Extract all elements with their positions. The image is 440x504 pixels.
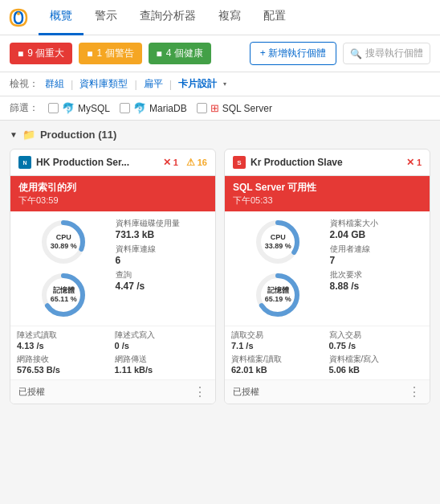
stat-file-write: 資料檔案/寫入 5.06 kB [329, 354, 424, 375]
card-right-alert-time: 下午05:33 [233, 195, 422, 207]
stat-file-read: 資料檔案/讀取 62.01 kB [231, 354, 326, 375]
mysql-filter-option[interactable]: 🐬 MySQL [48, 102, 110, 114]
mysql-label: MySQL [78, 103, 110, 114]
mem-ring: 記憶體 65.11 % [39, 271, 88, 319]
stat-write-value: 0 /s [115, 341, 210, 350]
warning-label: 1 個警告 [97, 47, 134, 60]
nav-tabs: 概覽 警示 查詢分析器 複寫 配置 [39, 0, 297, 35]
card-left-gauges: CPU 30.89 % 記憶體 65.11 % [17, 218, 111, 319]
filter-card[interactable]: 卡片設計 [175, 77, 220, 91]
cpu-ring-right: CPU 33.89 % [254, 218, 302, 266]
card-left-alert-title: 使用索引的列 [18, 181, 207, 195]
critical-icon: ■ [18, 48, 23, 59]
mariadb-filter-option[interactable]: 🐬 MariaDB [120, 102, 187, 114]
card-right-mem-gauge: 記憶體 65.19 % [231, 271, 325, 319]
stat-net-send-value: 1.11 kB/s [115, 365, 210, 375]
card-right-footer: 已授權 ⋮ [225, 379, 430, 404]
filter-db-type[interactable]: 資料庫類型 [76, 77, 131, 91]
stat-write: 陣述式寫入 0 /s [115, 330, 210, 350]
stat-file-write-label: 資料檔案/寫入 [329, 354, 424, 365]
stat-query-label: 查詢 [116, 269, 210, 281]
card-right: S Kr Production Slave ✕ 1 SQL Server 可用性… [224, 149, 430, 404]
card-left: N HK Production Ser... ✕ 1 ⚠ 16 使用索引的列 下… [10, 149, 216, 404]
mem-label-inner: 記憶體 [51, 286, 77, 295]
stat-write-label: 陣述式寫入 [115, 330, 210, 341]
stat-read-label: 陣述式讀取 [17, 330, 112, 341]
search-box[interactable]: 🔍 搜尋執行個體 [343, 43, 430, 64]
card-left-alert-time: 下午03:59 [18, 195, 207, 207]
healthy-icon: ■ [157, 48, 162, 59]
card-left-stats: 資料庫磁碟使用量 731.3 kB 資料庫連線 6 查詢 4.47 /s [116, 218, 210, 319]
stat-filesize: 資料檔案大小 2.04 GB [330, 218, 424, 240]
card-right-alert-title: SQL Server 可用性 [233, 181, 422, 195]
db-type-filter: 篩選： 🐬 MySQL 🐬 MariaDB ⊞ SQL Server [0, 96, 440, 121]
tab-config[interactable]: 配置 [252, 0, 297, 35]
top-nav: 概覽 警示 查詢分析器 複寫 配置 [0, 0, 440, 35]
search-placeholder: 搜尋執行個體 [365, 47, 423, 60]
card-right-header: S Kr Production Slave ✕ 1 [225, 150, 430, 176]
stat-query-value: 4.47 /s [116, 281, 210, 292]
stat-write-tx: 寫入交易 0.75 /s [329, 330, 424, 350]
group-name: Production (11) [40, 129, 116, 141]
sqlserver-icon: ⊞ [210, 102, 219, 114]
warning-triangle-icon: ⚠ [186, 157, 195, 168]
stat-disk-label: 資料庫磁碟使用量 [116, 218, 210, 229]
card-left-auth: 已授權 [18, 386, 45, 398]
warning-icon: ■ [87, 48, 92, 59]
stat-read: 陣述式讀取 4.13 /s [17, 330, 112, 350]
stat-net-send: 網路傳送 1.11 kB/s [115, 354, 210, 375]
healthy-label: 4 個健康 [166, 47, 203, 60]
stat-disk: 資料庫磁碟使用量 731.3 kB [116, 218, 210, 240]
card-right-title: Kr Production Slave [251, 157, 401, 168]
mariadb-icon: 🐬 [133, 102, 146, 114]
tab-overview[interactable]: 概覽 [39, 0, 84, 35]
card-left-badge-orange: ⚠ 16 [186, 157, 207, 168]
stat-disk-value: 731.3 kB [116, 229, 210, 240]
sqlserver-filter-option[interactable]: ⊞ SQL Server [197, 102, 272, 114]
stat-queries: 查詢 4.47 /s [116, 269, 210, 292]
group-header[interactable]: ▼ 📁 Production (11) [10, 129, 430, 141]
cpu-label-right: CPU [265, 233, 291, 242]
card-left-more-button[interactable]: ⋮ [194, 384, 207, 400]
mariadb-checkbox[interactable] [120, 103, 130, 113]
critical-badge[interactable]: ■ 9 個重大 [10, 43, 72, 64]
mem-ring-right: 記憶體 65.19 % [254, 271, 302, 319]
card-right-bottom-row: 讀取交易 7.1 /s 寫入交易 0.75 /s [225, 326, 430, 354]
stat-connections: 資料庫連線 6 [116, 244, 210, 266]
expand-icon: ▼ [10, 130, 18, 139]
tab-replication[interactable]: 複寫 [207, 0, 252, 35]
mysql-checkbox[interactable] [48, 103, 59, 113]
sqlserver-checkbox[interactable] [197, 103, 207, 113]
card-right-stats: 資料檔案大小 2.04 GB 使用者連線 7 批次要求 8.88 /s [330, 218, 424, 319]
mariadb-label: MariaDB [149, 103, 187, 114]
card-right-metrics: CPU 33.89 % 記憶體 65.19 % [225, 211, 430, 326]
warning-badge[interactable]: ■ 1 個警告 [79, 43, 141, 64]
card-left-footer: 已授權 ⋮ [10, 379, 215, 404]
tab-alerts[interactable]: 警示 [84, 0, 128, 35]
stat-filesize-label: 資料檔案大小 [330, 218, 424, 229]
card-left-net-row: 網路接收 576.53 B/s 網路傳送 1.11 kB/s [10, 354, 215, 379]
card-left-header: N HK Production Ser... ✕ 1 ⚠ 16 [10, 150, 215, 176]
cpu-ring: CPU 30.89 % [39, 218, 88, 266]
x-icon: ✕ [163, 157, 171, 168]
filter-view-label: 檢視： [10, 77, 39, 91]
hk-db-icon: N [18, 156, 31, 169]
card-left-mem-gauge: 記憶體 65.11 % [17, 271, 111, 319]
stat-user-conn-label: 使用者連線 [330, 244, 424, 255]
stat-net-recv: 網路接收 576.53 B/s [17, 354, 112, 375]
add-instance-button[interactable]: + 新增執行個體 [250, 42, 336, 65]
card-left-alert: 使用索引的列 下午03:59 [10, 176, 215, 211]
card-left-title: HK Production Ser... [36, 157, 158, 168]
stat-net-recv-label: 網路接收 [17, 354, 112, 365]
cpu-value-right: 33.89 % [265, 242, 291, 251]
stat-file-read-label: 資料檔案/讀取 [231, 354, 326, 365]
filter-flat[interactable]: 扁平 [141, 77, 166, 91]
card-right-more-button[interactable]: ⋮ [408, 384, 422, 400]
stat-batch: 批次要求 8.88 /s [330, 269, 424, 292]
healthy-badge[interactable]: ■ 4 個健康 [149, 43, 211, 64]
stat-write-tx-label: 寫入交易 [329, 330, 424, 341]
stat-user-conn: 使用者連線 7 [330, 244, 424, 266]
tab-query[interactable]: 查詢分析器 [128, 0, 207, 35]
stat-filesize-value: 2.04 GB [330, 229, 424, 240]
filter-group[interactable]: 群組 [42, 77, 67, 91]
